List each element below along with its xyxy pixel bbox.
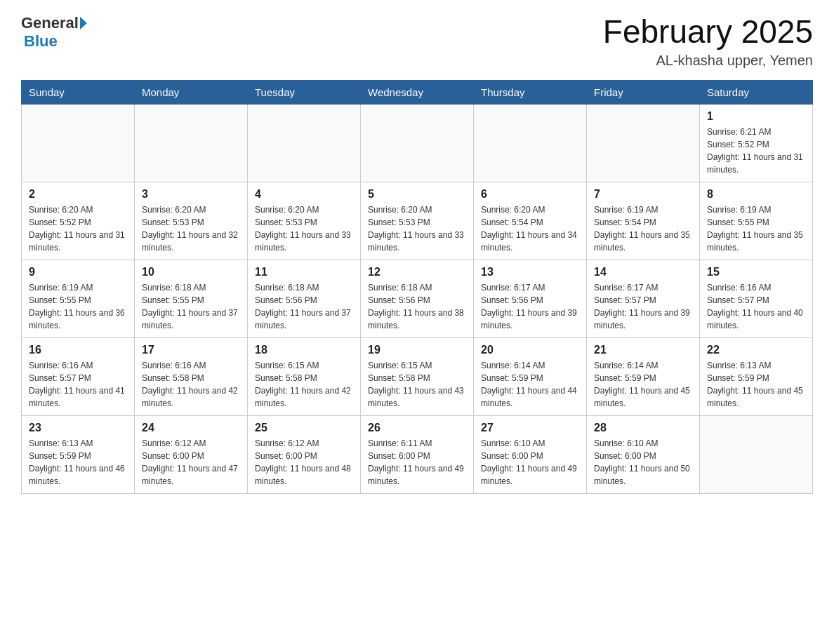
day-number: 13 <box>481 266 579 279</box>
day-info: Sunrise: 6:12 AM Sunset: 6:00 PM Dayligh… <box>142 437 240 488</box>
calendar-cell: 3Sunrise: 6:20 AM Sunset: 5:53 PM Daylig… <box>135 182 248 260</box>
calendar-week-row: 9Sunrise: 6:19 AM Sunset: 5:55 PM Daylig… <box>22 260 813 337</box>
weekday-header-friday: Friday <box>587 80 700 104</box>
calendar-cell: 7Sunrise: 6:19 AM Sunset: 5:54 PM Daylig… <box>587 182 700 260</box>
day-number: 11 <box>255 266 353 279</box>
calendar-cell: 8Sunrise: 6:19 AM Sunset: 5:55 PM Daylig… <box>700 182 813 260</box>
weekday-header-wednesday: Wednesday <box>361 80 474 104</box>
day-info: Sunrise: 6:21 AM Sunset: 5:52 PM Dayligh… <box>707 126 805 176</box>
calendar-cell <box>587 104 700 182</box>
logo-blue-text: Blue <box>24 32 58 51</box>
day-info: Sunrise: 6:18 AM Sunset: 5:55 PM Dayligh… <box>142 281 240 332</box>
calendar-cell: 28Sunrise: 6:10 AM Sunset: 6:00 PM Dayli… <box>587 415 700 493</box>
calendar-cell: 26Sunrise: 6:11 AM Sunset: 6:00 PM Dayli… <box>361 415 474 493</box>
weekday-header-monday: Monday <box>135 80 248 104</box>
day-number: 12 <box>368 266 466 279</box>
day-number: 14 <box>594 266 692 279</box>
day-number: 10 <box>142 266 240 279</box>
calendar-cell: 4Sunrise: 6:20 AM Sunset: 5:53 PM Daylig… <box>248 182 361 260</box>
day-number: 25 <box>255 422 353 434</box>
day-info: Sunrise: 6:14 AM Sunset: 5:59 PM Dayligh… <box>481 359 579 410</box>
day-number: 23 <box>29 422 127 434</box>
calendar-week-row: 2Sunrise: 6:20 AM Sunset: 5:52 PM Daylig… <box>22 182 813 260</box>
calendar-cell <box>474 104 587 182</box>
calendar-cell: 1Sunrise: 6:21 AM Sunset: 5:52 PM Daylig… <box>700 104 813 182</box>
day-info: Sunrise: 6:16 AM Sunset: 5:58 PM Dayligh… <box>142 359 240 410</box>
day-number: 24 <box>142 422 240 434</box>
day-number: 6 <box>481 188 579 201</box>
calendar-week-row: 1Sunrise: 6:21 AM Sunset: 5:52 PM Daylig… <box>22 104 813 182</box>
day-info: Sunrise: 6:11 AM Sunset: 6:00 PM Dayligh… <box>368 437 466 488</box>
day-number: 7 <box>594 188 692 201</box>
calendar-body: 1Sunrise: 6:21 AM Sunset: 5:52 PM Daylig… <box>22 104 813 493</box>
day-number: 27 <box>481 422 579 434</box>
calendar-cell: 12Sunrise: 6:18 AM Sunset: 5:56 PM Dayli… <box>361 260 474 337</box>
weekday-header-tuesday: Tuesday <box>248 80 361 104</box>
calendar-header: SundayMondayTuesdayWednesdayThursdayFrid… <box>22 80 813 104</box>
page-header: General Blue February 2025 AL-khasha upp… <box>21 14 813 69</box>
weekday-header-thursday: Thursday <box>474 80 587 104</box>
calendar-cell: 15Sunrise: 6:16 AM Sunset: 5:57 PM Dayli… <box>700 260 813 337</box>
day-info: Sunrise: 6:20 AM Sunset: 5:54 PM Dayligh… <box>481 203 579 254</box>
day-number: 20 <box>481 344 579 356</box>
calendar-cell: 22Sunrise: 6:13 AM Sunset: 5:59 PM Dayli… <box>700 337 813 415</box>
day-info: Sunrise: 6:14 AM Sunset: 5:59 PM Dayligh… <box>594 359 692 410</box>
day-number: 16 <box>29 344 127 356</box>
calendar-cell: 5Sunrise: 6:20 AM Sunset: 5:53 PM Daylig… <box>361 182 474 260</box>
calendar-cell: 16Sunrise: 6:16 AM Sunset: 5:57 PM Dayli… <box>22 337 135 415</box>
calendar-cell: 18Sunrise: 6:15 AM Sunset: 5:58 PM Dayli… <box>248 337 361 415</box>
title-section: February 2025 AL-khasha upper, Yemen <box>603 14 813 69</box>
calendar-title: February 2025 <box>603 14 813 50</box>
day-info: Sunrise: 6:19 AM Sunset: 5:54 PM Dayligh… <box>594 203 692 254</box>
calendar-cell: 10Sunrise: 6:18 AM Sunset: 5:55 PM Dayli… <box>135 260 248 337</box>
day-number: 2 <box>29 188 127 201</box>
day-info: Sunrise: 6:12 AM Sunset: 6:00 PM Dayligh… <box>255 437 353 488</box>
calendar-cell: 9Sunrise: 6:19 AM Sunset: 5:55 PM Daylig… <box>22 260 135 337</box>
day-number: 9 <box>29 266 127 279</box>
weekday-header-sunday: Sunday <box>22 80 135 104</box>
day-number: 5 <box>368 188 466 201</box>
calendar-cell: 21Sunrise: 6:14 AM Sunset: 5:59 PM Dayli… <box>587 337 700 415</box>
day-number: 18 <box>255 344 353 356</box>
logo-arrow-icon <box>80 17 87 29</box>
calendar-cell: 27Sunrise: 6:10 AM Sunset: 6:00 PM Dayli… <box>474 415 587 493</box>
day-info: Sunrise: 6:13 AM Sunset: 5:59 PM Dayligh… <box>707 359 805 410</box>
calendar-cell: 19Sunrise: 6:15 AM Sunset: 5:58 PM Dayli… <box>361 337 474 415</box>
calendar-cell: 23Sunrise: 6:13 AM Sunset: 5:59 PM Dayli… <box>22 415 135 493</box>
logo-general-text: General <box>21 14 79 32</box>
day-number: 8 <box>707 188 805 201</box>
day-info: Sunrise: 6:20 AM Sunset: 5:52 PM Dayligh… <box>29 203 127 254</box>
day-info: Sunrise: 6:19 AM Sunset: 5:55 PM Dayligh… <box>29 281 127 332</box>
day-number: 19 <box>368 344 466 356</box>
day-number: 28 <box>594 422 692 434</box>
day-info: Sunrise: 6:13 AM Sunset: 5:59 PM Dayligh… <box>29 437 127 488</box>
day-number: 4 <box>255 188 353 201</box>
day-number: 15 <box>707 266 805 279</box>
calendar-cell: 6Sunrise: 6:20 AM Sunset: 5:54 PM Daylig… <box>474 182 587 260</box>
calendar-cell <box>700 415 813 493</box>
day-number: 21 <box>594 344 692 356</box>
calendar-week-row: 16Sunrise: 6:16 AM Sunset: 5:57 PM Dayli… <box>22 337 813 415</box>
day-info: Sunrise: 6:10 AM Sunset: 6:00 PM Dayligh… <box>481 437 579 488</box>
logo: General Blue <box>21 14 87 51</box>
calendar-cell <box>361 104 474 182</box>
day-info: Sunrise: 6:17 AM Sunset: 5:56 PM Dayligh… <box>481 281 579 332</box>
calendar-table: SundayMondayTuesdayWednesdayThursdayFrid… <box>21 80 813 494</box>
calendar-cell: 14Sunrise: 6:17 AM Sunset: 5:57 PM Dayli… <box>587 260 700 337</box>
day-info: Sunrise: 6:15 AM Sunset: 5:58 PM Dayligh… <box>368 359 466 410</box>
day-number: 17 <box>142 344 240 356</box>
day-info: Sunrise: 6:19 AM Sunset: 5:55 PM Dayligh… <box>707 203 805 254</box>
day-info: Sunrise: 6:16 AM Sunset: 5:57 PM Dayligh… <box>707 281 805 332</box>
day-info: Sunrise: 6:18 AM Sunset: 5:56 PM Dayligh… <box>255 281 353 332</box>
day-info: Sunrise: 6:20 AM Sunset: 5:53 PM Dayligh… <box>368 203 466 254</box>
day-info: Sunrise: 6:16 AM Sunset: 5:57 PM Dayligh… <box>29 359 127 410</box>
day-number: 3 <box>142 188 240 201</box>
day-info: Sunrise: 6:17 AM Sunset: 5:57 PM Dayligh… <box>594 281 692 332</box>
day-info: Sunrise: 6:10 AM Sunset: 6:00 PM Dayligh… <box>594 437 692 488</box>
weekday-header-saturday: Saturday <box>700 80 813 104</box>
calendar-cell <box>135 104 248 182</box>
day-number: 22 <box>707 344 805 356</box>
calendar-subtitle: AL-khasha upper, Yemen <box>603 53 813 69</box>
weekday-header-row: SundayMondayTuesdayWednesdayThursdayFrid… <box>22 80 813 104</box>
calendar-cell: 25Sunrise: 6:12 AM Sunset: 6:00 PM Dayli… <box>248 415 361 493</box>
